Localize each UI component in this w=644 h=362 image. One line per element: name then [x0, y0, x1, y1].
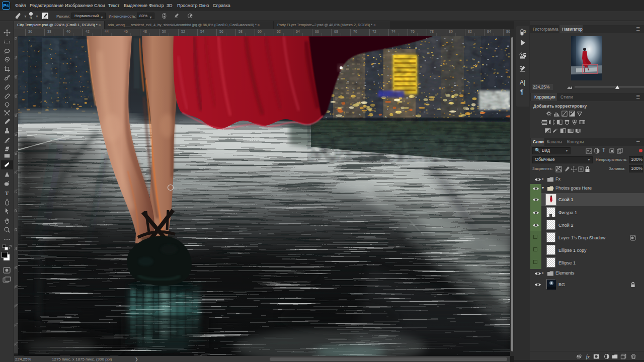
svg-text:A|: A|: [520, 79, 525, 86]
svg-text:¶: ¶: [520, 88, 523, 96]
svg-text:T: T: [5, 190, 9, 196]
svg-text:fx: fx: [586, 354, 590, 359]
svg-text:5: 5: [524, 29, 526, 34]
